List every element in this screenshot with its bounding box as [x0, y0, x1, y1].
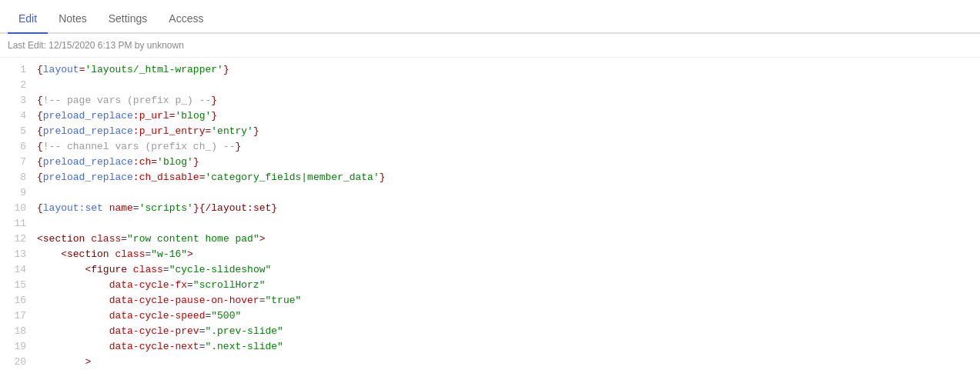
last-edit-info: Last Edit: 12/15/2020 6:13 PM by unknown [0, 34, 980, 58]
code-editor: 1234567891011121314151617181920 {layout=… [0, 58, 980, 390]
tab-edit[interactable]: Edit [8, 5, 48, 34]
tab-notes[interactable]: Notes [48, 5, 98, 34]
code-content[interactable]: {layout='layouts/_html-wrapper'} {!-- pa… [34, 58, 980, 390]
tab-bar: Edit Notes Settings Access [0, 0, 980, 34]
tab-settings[interactable]: Settings [98, 5, 159, 34]
tab-access[interactable]: Access [158, 5, 214, 34]
line-numbers: 1234567891011121314151617181920 [0, 58, 34, 390]
